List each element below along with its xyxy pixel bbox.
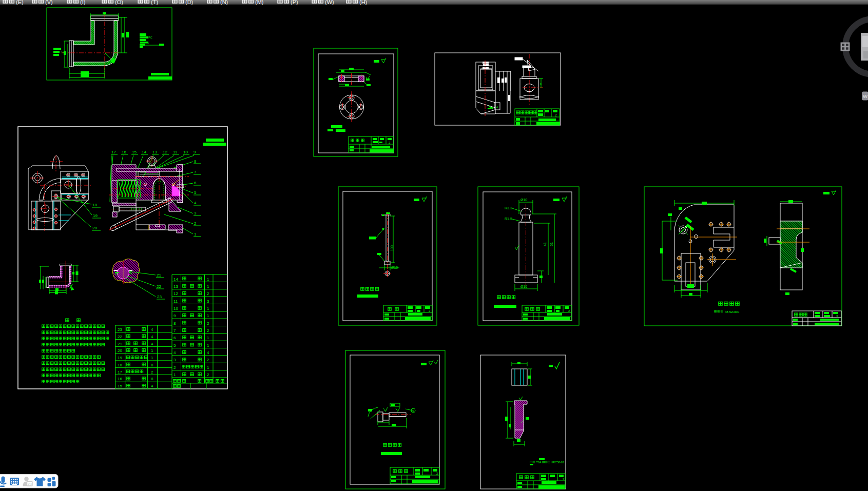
svg-text:4: 4: [151, 327, 153, 332]
svg-text:S: S: [412, 409, 414, 413]
svg-text:22: 22: [157, 284, 161, 289]
svg-text:16: 16: [122, 150, 126, 154]
svg-text:P.C: P.C: [148, 36, 152, 39]
svg-text:Ø16: Ø16: [520, 285, 527, 288]
svg-text:51: 51: [550, 242, 553, 246]
svg-text:100: 100: [390, 245, 394, 251]
svg-text:21: 21: [157, 273, 161, 278]
svg-text:8: 8: [151, 363, 153, 367]
svg-text:1: 1: [173, 372, 176, 377]
svg-text:23: 23: [28, 482, 32, 486]
svg-text:3: 3: [207, 299, 209, 304]
svg-text:7: 7: [194, 170, 197, 174]
svg-text:1: 1: [194, 232, 197, 237]
svg-text:4: 4: [194, 201, 197, 205]
svg-text:1: 1: [151, 356, 153, 360]
svg-text:1: 1: [207, 313, 209, 318]
svg-text:15: 15: [132, 150, 137, 154]
svg-text:6: 6: [194, 181, 197, 185]
svg-text:5: 5: [173, 343, 176, 348]
svg-text:4: 4: [151, 335, 153, 339]
svg-text:11: 11: [173, 299, 178, 304]
svg-text:5: 5: [194, 190, 197, 195]
svg-text:12: 12: [173, 291, 178, 296]
svg-text:2: 2: [207, 358, 209, 362]
svg-text:41: 41: [543, 242, 547, 246]
svg-text:(V): (V): [45, 0, 53, 5]
svg-text:23: 23: [118, 327, 122, 332]
svg-text::T8A: :T8A: [535, 461, 542, 464]
svg-text:(H): (H): [359, 0, 367, 5]
svg-text:W: W: [863, 93, 867, 99]
svg-text:48-52HRC: 48-52HRC: [725, 310, 740, 313]
svg-text:4: 4: [151, 384, 153, 388]
svg-text:(E): (E): [16, 0, 24, 5]
svg-text:(M): (M): [255, 0, 264, 5]
svg-text:21: 21: [118, 342, 122, 346]
svg-text:6: 6: [173, 336, 176, 340]
svg-text:20: 20: [92, 226, 97, 230]
svg-text:19: 19: [118, 356, 122, 360]
svg-text:14: 14: [173, 277, 178, 282]
svg-text:(I): (I): [80, 0, 85, 5]
svg-text:8: 8: [151, 377, 153, 381]
svg-text:19: 19: [93, 213, 98, 218]
svg-text:R1.5: R1.5: [505, 217, 512, 221]
svg-text:Ø10: Ø10: [520, 198, 527, 202]
svg-text:9: 9: [194, 150, 196, 154]
svg-text:14: 14: [142, 150, 146, 154]
svg-text:(D): (D): [185, 0, 193, 5]
svg-text:22: 22: [118, 335, 122, 339]
svg-text:1: 1: [151, 348, 153, 353]
svg-text:R3.3: R3.3: [505, 206, 512, 210]
svg-text:2: 2: [555, 113, 557, 117]
svg-text:2: 2: [207, 328, 209, 333]
svg-text:1: 1: [207, 343, 209, 348]
svg-text:2: 2: [207, 321, 209, 326]
svg-text:12: 12: [163, 150, 167, 154]
svg-text:4: 4: [496, 106, 498, 109]
svg-text:1: 1: [207, 284, 209, 289]
svg-text:10: 10: [183, 150, 188, 154]
svg-text:15: 15: [118, 384, 122, 388]
svg-text:7: 7: [173, 328, 176, 333]
svg-text:(O): (O): [115, 0, 123, 5]
svg-text:HRC58-62: HRC58-62: [551, 461, 564, 464]
svg-text:2: 2: [173, 365, 176, 370]
svg-text:2: 2: [207, 372, 209, 377]
svg-text:1: 1: [207, 365, 209, 370]
svg-text:2: 2: [151, 370, 153, 375]
svg-text:11: 11: [173, 150, 178, 154]
svg-text:9: 9: [173, 313, 176, 318]
svg-text:18: 18: [118, 363, 122, 367]
svg-text:1: 1: [207, 277, 209, 282]
svg-text:Ø10: Ø10: [391, 266, 398, 269]
svg-text:13: 13: [173, 284, 178, 289]
svg-text:4: 4: [151, 342, 153, 346]
svg-text:3: 3: [173, 358, 176, 362]
svg-text:1: 1: [207, 336, 209, 340]
svg-text:8: 8: [173, 321, 176, 326]
svg-text:8: 8: [540, 83, 542, 86]
svg-text:1: 1: [207, 306, 209, 311]
svg-text:18: 18: [92, 203, 97, 207]
svg-text:(W): (W): [325, 0, 334, 5]
svg-text:2: 2: [194, 221, 197, 226]
svg-text:(N): (N): [220, 0, 228, 5]
svg-text:20: 20: [118, 348, 122, 353]
svg-text:3: 3: [194, 211, 197, 215]
svg-text:8: 8: [194, 159, 197, 164]
svg-text:17: 17: [111, 150, 116, 154]
svg-text:23: 23: [157, 294, 162, 299]
svg-text:2: 2: [207, 291, 209, 296]
svg-text:(T): (T): [151, 0, 158, 5]
svg-text:10: 10: [173, 306, 178, 311]
svg-text:13: 13: [152, 150, 157, 154]
svg-text:4: 4: [207, 350, 209, 355]
svg-text:4: 4: [173, 350, 176, 355]
svg-text:16: 16: [118, 377, 122, 381]
svg-text:(P): (P): [291, 0, 298, 5]
svg-text:17: 17: [118, 370, 122, 375]
